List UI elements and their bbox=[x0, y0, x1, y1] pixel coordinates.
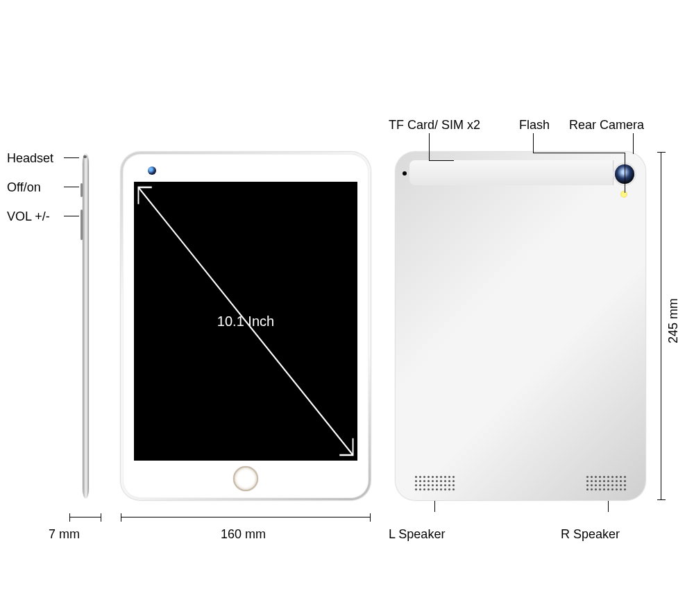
diagram-canvas: Headset Off/on VOL +/- 10.1 Inch bbox=[0, 0, 694, 616]
tablet-screen: 10.1 Inch bbox=[134, 182, 357, 461]
label-volume: VOL +/- bbox=[7, 209, 50, 224]
dim-thickness-label: 7 mm bbox=[49, 527, 80, 542]
right-speaker-icon bbox=[586, 476, 626, 490]
left-speaker-icon bbox=[415, 476, 455, 490]
dim-height-bar-icon bbox=[661, 152, 661, 500]
dim-width-bar-icon bbox=[121, 517, 371, 517]
leader-flash-seg1-icon bbox=[533, 133, 534, 153]
tablet-front-face: 10.1 Inch bbox=[123, 154, 369, 498]
leader-volume-icon bbox=[64, 216, 79, 216]
antenna-band-icon bbox=[409, 160, 613, 185]
label-rear-camera: Rear Camera bbox=[569, 118, 644, 132]
label-power: Off/on bbox=[7, 180, 41, 195]
leader-rear-camera-icon bbox=[633, 133, 634, 154]
leader-flash-seg2-icon bbox=[533, 153, 625, 153]
flash-led-icon bbox=[620, 191, 627, 198]
dim-height-label: 245 mm bbox=[666, 298, 681, 343]
tablet-back-view bbox=[396, 152, 645, 500]
leader-headset-icon bbox=[64, 157, 79, 158]
leader-flash-seg3-icon bbox=[625, 153, 625, 193]
leader-l-speaker-icon bbox=[434, 501, 435, 512]
dim-thickness-bar-icon bbox=[69, 517, 101, 517]
label-tf-sim: TF Card/ SIM x2 bbox=[389, 118, 480, 132]
leader-tf-sim-icon bbox=[429, 133, 430, 161]
front-camera-icon bbox=[148, 166, 156, 175]
label-r-speaker: R Speaker bbox=[561, 527, 620, 542]
screen-size-label: 10.1 Inch bbox=[217, 314, 274, 330]
volume-rocker-icon bbox=[81, 209, 83, 240]
tablet-side-view bbox=[83, 154, 89, 498]
label-l-speaker: L Speaker bbox=[389, 527, 445, 542]
leader-power-icon bbox=[64, 187, 79, 187]
label-flash: Flash bbox=[519, 118, 550, 132]
home-button-icon bbox=[233, 466, 258, 491]
leader-r-speaker-icon bbox=[608, 501, 609, 512]
headset-jack-icon bbox=[83, 155, 87, 158]
back-mic-icon bbox=[403, 171, 407, 176]
dim-width-label: 160 mm bbox=[221, 527, 266, 542]
power-button-icon bbox=[81, 183, 83, 197]
label-headset: Headset bbox=[7, 151, 53, 166]
tablet-front-view: 10.1 Inch bbox=[121, 152, 371, 500]
